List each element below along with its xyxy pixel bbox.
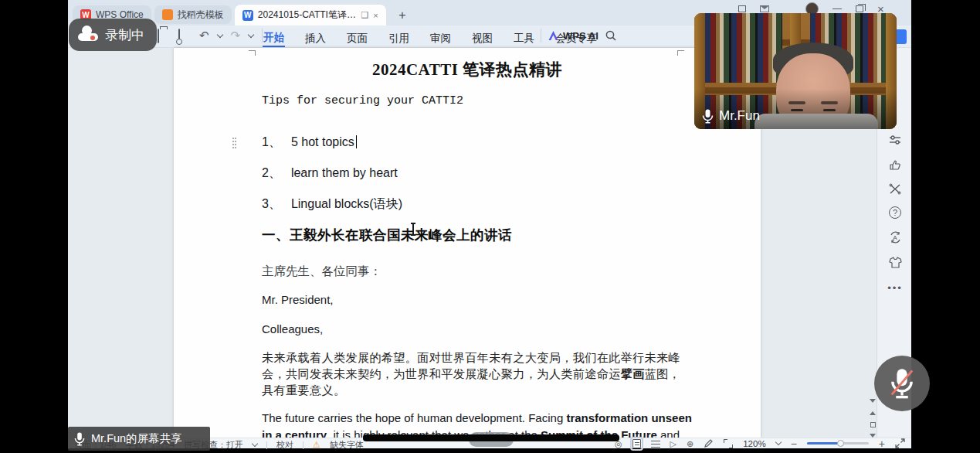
menu-insert[interactable]: 插入 — [304, 30, 327, 47]
page-layout-view-icon[interactable] — [632, 439, 641, 448]
menu-home[interactable]: 开始 — [263, 29, 285, 47]
redaction-bar — [363, 434, 619, 441]
divider — [303, 441, 303, 449]
divider — [541, 29, 541, 43]
proofread-button[interactable]: 校对 — [276, 439, 293, 451]
zoom-in-button[interactable]: + — [879, 439, 885, 448]
toolbar-message-icon[interactable] — [760, 5, 769, 12]
svg-text:A: A — [893, 234, 897, 241]
fullscreen-icon[interactable] — [895, 438, 905, 448]
tab-window-icon[interactable]: ❑ — [361, 10, 368, 20]
document-page[interactable]: 2024CATTI 笔译热点精讲 Tips for securing your … — [174, 48, 761, 438]
paragraph-drag-handle-icon[interactable] — [232, 138, 237, 150]
doc-heading: 一、王毅外长在联合国未来峰会上的讲话 — [262, 226, 512, 244]
adjust-sliders-icon[interactable] — [887, 131, 904, 148]
menu-view[interactable]: 视图 — [471, 30, 493, 47]
recording-label: 录制中 — [105, 26, 144, 44]
margin-mark — [249, 50, 256, 56]
screen-share-banner[interactable]: Mr.Fun的屏幕共享 — [68, 427, 210, 451]
list-text: Lingual blocks(语块) — [291, 197, 402, 210]
spellcheck-dropdown-icon[interactable] — [252, 440, 258, 446]
previous-page-icon[interactable] — [868, 408, 877, 417]
doc-subtitle: Tips for securing your CATTI2 — [262, 94, 463, 107]
list-text: 5 hot topics — [291, 135, 354, 148]
word-doc-icon: W — [242, 10, 253, 21]
more-icon[interactable]: ••• — [887, 279, 904, 296]
ibeam-cursor — [410, 223, 416, 236]
recording-badge[interactable]: 录制中 — [69, 19, 157, 51]
outline-view-icon[interactable] — [651, 440, 660, 448]
print-preview-icon[interactable] — [178, 29, 191, 42]
margin-mark — [677, 50, 684, 56]
translate-icon[interactable]: A — [887, 229, 904, 246]
search-icon[interactable] — [605, 29, 617, 42]
zoom-slider[interactable] — [807, 442, 869, 444]
skin-icon[interactable] — [887, 254, 904, 271]
print-icon[interactable] — [158, 29, 170, 42]
restore-button[interactable] — [856, 5, 863, 12]
list-number: 1、 — [262, 135, 281, 148]
list-item: 2、learn them by heart — [262, 165, 398, 182]
list-item: 3、Lingual blocks(语块) — [262, 196, 402, 213]
divider — [266, 441, 267, 449]
mic-muted-icon — [889, 367, 915, 400]
undo-dropdown-icon[interactable] — [216, 31, 222, 37]
help-icon[interactable]: ? — [887, 204, 904, 221]
zoom-dropdown-icon[interactable] — [775, 438, 781, 444]
list-item: 1、5 hot topics — [262, 135, 357, 151]
tab-label: 找稻壳模板 — [178, 9, 224, 22]
new-tab-button[interactable]: + — [394, 7, 411, 24]
web-layout-icon[interactable]: ⊕ — [687, 439, 693, 448]
paragraph-cn: 未来承载着人类发展的希望。面对世界百年未有之大变局，我们在此举行未来峰 会，共同… — [262, 350, 680, 399]
pen-icon[interactable] — [704, 438, 714, 448]
missing-font-button[interactable]: 缺失字体 — [330, 439, 364, 451]
undo-icon[interactable]: ↶ — [199, 29, 209, 42]
list-number: 3、 — [262, 197, 281, 210]
webcam-name-label: Mr.Fun — [702, 108, 760, 124]
zoom-out-button[interactable]: − — [791, 439, 797, 448]
ribbon-right: WPS AI — [541, 29, 617, 43]
minimize-button[interactable]: — — [832, 3, 842, 14]
quick-tools-icon[interactable] — [887, 180, 904, 197]
docer-icon — [162, 9, 173, 20]
menu-reference[interactable]: 引用 — [388, 30, 410, 47]
doc-title: 2024CATTI 笔译热点精讲 — [174, 59, 761, 80]
select-browse-object-icon[interactable] — [868, 420, 877, 429]
zoom-level[interactable]: 120% — [743, 439, 765, 448]
menu-page[interactable]: 页面 — [346, 30, 368, 47]
salutation-cn: 主席先生、各位同事： — [262, 264, 381, 280]
text-cursor — [356, 135, 357, 148]
tab-label: 20241015-CATTI笔译热点精讲 — [258, 9, 357, 22]
wps-ai-icon — [548, 30, 559, 41]
cloud-record-icon — [78, 29, 98, 41]
meeting-screen-share-view: W WPS Office 找稻壳模板 W 20241015-CATTI笔译热点精… — [0, 0, 980, 453]
microphone-muted-button[interactable] — [874, 356, 930, 411]
warning-icon: ⚠ — [313, 440, 320, 450]
salutation-en: Colleagues, — [262, 322, 323, 335]
webcam-video[interactable]: Mr.Fun — [694, 13, 897, 129]
redo-icon[interactable]: ↷ — [231, 29, 241, 42]
recommend-icon[interactable] — [887, 156, 904, 173]
zoom-slider-knob[interactable] — [837, 440, 844, 447]
toolbar-window-icon[interactable] — [738, 5, 746, 12]
quick-access-toolbar: ↶ ↷ — [158, 29, 263, 43]
screen-share-label: Mr.Fun的屏幕共享 — [91, 431, 182, 446]
salutation-en: Mr. President, — [262, 293, 334, 306]
fit-page-icon[interactable] — [724, 439, 733, 448]
list-text: learn them by heart — [291, 166, 398, 179]
tab-docer-templates[interactable]: 找稻壳模板 — [154, 5, 232, 24]
mic-icon — [74, 432, 85, 446]
toolbar-expand-icon[interactable] — [248, 31, 254, 37]
tab-active-document[interactable]: W 20241015-CATTI笔译热点精讲 ❑ × — [235, 5, 386, 26]
wps-ai-button[interactable]: WPS AI — [548, 30, 599, 42]
scroll-down-icon[interactable] — [868, 396, 877, 405]
wps-ai-label: WPS AI — [563, 30, 599, 42]
mic-icon — [702, 109, 714, 124]
tab-close-icon[interactable]: × — [373, 11, 378, 20]
menu-tools[interactable]: 工具 — [513, 30, 535, 47]
menu-review[interactable]: 审阅 — [429, 30, 452, 47]
read-mode-icon[interactable]: ▷ — [670, 439, 677, 448]
list-number: 2、 — [262, 166, 281, 179]
